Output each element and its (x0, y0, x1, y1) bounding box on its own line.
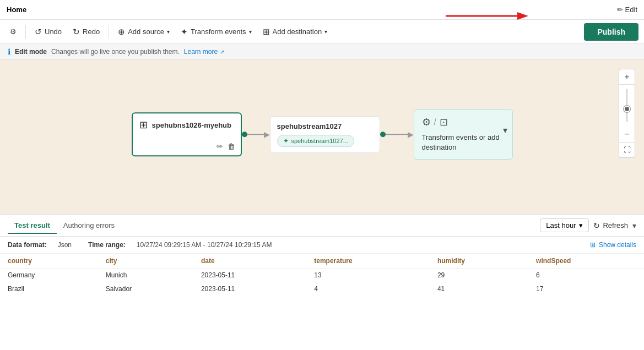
table-row: GermanyMunich2023-05-1113296 (0, 269, 644, 282)
publish-button[interactable]: Publish (584, 23, 638, 41)
settings-icon: ⚙ (10, 28, 17, 36)
transform-events-label: Transform events (191, 28, 246, 36)
edit-button[interactable]: ✏ Edit (617, 6, 637, 14)
learn-more-link[interactable]: Learn more ↗ (184, 48, 224, 56)
dest-node-text: Transform events or add destination (422, 133, 505, 152)
last-hour-chevron-icon: ▾ (579, 221, 583, 229)
dest-node-wrapper: ⚙ / ⊡ Transform events or add destinatio… (414, 109, 513, 160)
tab-authoring-errors[interactable]: Authoring errors (57, 217, 121, 234)
col-country: country (0, 254, 98, 269)
add-destination-chevron-icon: ▾ (324, 29, 327, 35)
transform-icon: ✦ (181, 27, 188, 37)
source-delete-button[interactable]: 🗑 (228, 142, 235, 151)
expand-panel-button[interactable]: ▾ (632, 221, 636, 230)
table-cell: Brazil (0, 282, 98, 296)
stream-node[interactable]: spehubstream1027 ✦ spehubstream1027... (270, 116, 380, 153)
connector-line-2 (386, 134, 408, 135)
zoom-out-button[interactable]: − (619, 127, 635, 142)
col-humidity: humidity (430, 254, 528, 269)
source-node-title: spehubns1026-myehub (152, 121, 232, 129)
last-hour-select[interactable]: Last hour ▾ (540, 218, 589, 232)
connector-line-1 (247, 134, 264, 135)
last-hour-label: Last hour (546, 221, 576, 229)
show-details-button[interactable]: ⊞ Show details (590, 241, 636, 249)
dest-gear-icon: ⚙ (422, 116, 431, 128)
edit-label: Edit (625, 6, 637, 14)
transform-events-button[interactable]: ✦ Transform events ▾ (176, 25, 256, 39)
source-edit-button[interactable]: ✏ (217, 142, 223, 151)
table-cell: Germany (0, 269, 98, 282)
add-source-icon: ⊕ (118, 27, 125, 37)
add-source-chevron-icon: ▾ (167, 29, 170, 35)
add-source-label: Add source (128, 28, 164, 36)
undo-label: Undo (45, 28, 62, 36)
show-details-icon: ⊞ (590, 241, 596, 249)
table-cell: 29 (430, 269, 528, 282)
canvas: + − ⛶ ⊞ spehubns1026-myehub ✏ 🗑 ▶ (0, 60, 644, 214)
time-range-value: 10/27/24 09:29:15 AM - 10/27/24 10:29:15… (137, 241, 272, 249)
title-bar-left: Home (7, 6, 26, 14)
info-bar: ℹ Edit mode Changes will go live once yo… (0, 44, 644, 60)
connector-dot-2 (380, 132, 386, 137)
edit-pencil-icon: ✏ (617, 6, 623, 14)
col-windspeed: windSpeed (528, 254, 644, 269)
stream-badge-text: spehubstream1027... (291, 138, 348, 144)
stream-badge: ✦ spehubstream1027... (277, 135, 354, 147)
refresh-icon: ↻ (593, 221, 600, 230)
redo-button[interactable]: ↻ Redo (68, 25, 104, 39)
page-title: Home (7, 6, 26, 14)
settings-button[interactable]: ⚙ (6, 25, 21, 38)
table-cell: 13 (306, 269, 430, 282)
source-node[interactable]: ⊞ spehubns1026-myehub ✏ 🗑 (132, 112, 242, 156)
arrow-head-1: ▶ (264, 130, 270, 138)
zoom-controls: + − ⛶ (619, 69, 635, 158)
table-cell: 4 (306, 282, 430, 296)
add-destination-label: Add destination (273, 28, 322, 36)
dest-node-chevron-icon[interactable]: ▾ (503, 125, 507, 144)
zoom-in-button[interactable]: + (619, 69, 635, 85)
data-info-row: Data format: Json Time range: 10/27/24 0… (0, 237, 644, 254)
dest-export-icon: ⊡ (440, 116, 448, 128)
toolbar-separator-1 (25, 25, 26, 39)
table-cell: Salvador (98, 282, 193, 296)
zoom-slider-track (626, 89, 627, 122)
connector-1: ▶ (242, 130, 270, 138)
connector-dot-1 (242, 132, 247, 137)
edit-mode-label: Edit mode (15, 48, 47, 56)
transform-chevron-icon: ▾ (249, 29, 252, 35)
undo-button[interactable]: ↺ Undo (30, 25, 66, 39)
flow-container: ⊞ spehubns1026-myehub ✏ 🗑 ▶ spehubstream… (132, 109, 513, 160)
dest-node[interactable]: ⚙ / ⊡ Transform events or add destinatio… (414, 109, 513, 160)
stream-badge-icon: ✦ (283, 137, 289, 145)
title-bar-right: ✏ Edit (617, 6, 637, 14)
zoom-fit-button[interactable]: ⛶ (619, 142, 635, 157)
data-table: country city date temperature humidity w… (0, 254, 644, 296)
refresh-label: Refresh (603, 221, 628, 229)
toolbar-separator-2 (109, 25, 109, 39)
title-bar: Home ✏ Edit (0, 0, 644, 20)
show-details-label: Show details (599, 241, 636, 249)
add-destination-button[interactable]: ⊞ Add destination ▾ (258, 25, 332, 39)
table-cell: Munich (98, 269, 193, 282)
connector-2: ▶ (380, 130, 414, 138)
tab-authoring-errors-label: Authoring errors (63, 221, 115, 229)
data-format-label: Data format: (8, 241, 47, 249)
dest-slash-separator: / (434, 117, 436, 127)
tab-test-result-label: Test result (14, 221, 50, 229)
tab-test-result[interactable]: Test result (8, 217, 57, 234)
bottom-panel: Test result Authoring errors Last hour ▾… (0, 214, 644, 296)
add-destination-icon: ⊞ (263, 27, 270, 37)
external-link-icon: ↗ (220, 49, 224, 55)
redo-label: Redo (83, 28, 100, 36)
table-cell: 6 (528, 269, 644, 282)
table-cell: 2023-05-11 (193, 282, 306, 296)
time-range-label: Time range: (88, 241, 126, 249)
refresh-button[interactable]: ↻ Refresh (589, 219, 632, 232)
table-cell: 17 (528, 282, 644, 296)
col-date: date (193, 254, 306, 269)
info-icon: ℹ (8, 47, 10, 56)
source-node-header: ⊞ spehubns1026-myehub (139, 119, 234, 131)
toolbar: ⚙ ↺ Undo ↻ Redo ⊕ Add source ▾ ✦ Transfo… (0, 20, 644, 44)
zoom-slider-thumb[interactable] (624, 106, 630, 112)
add-source-button[interactable]: ⊕ Add source ▾ (113, 25, 174, 39)
